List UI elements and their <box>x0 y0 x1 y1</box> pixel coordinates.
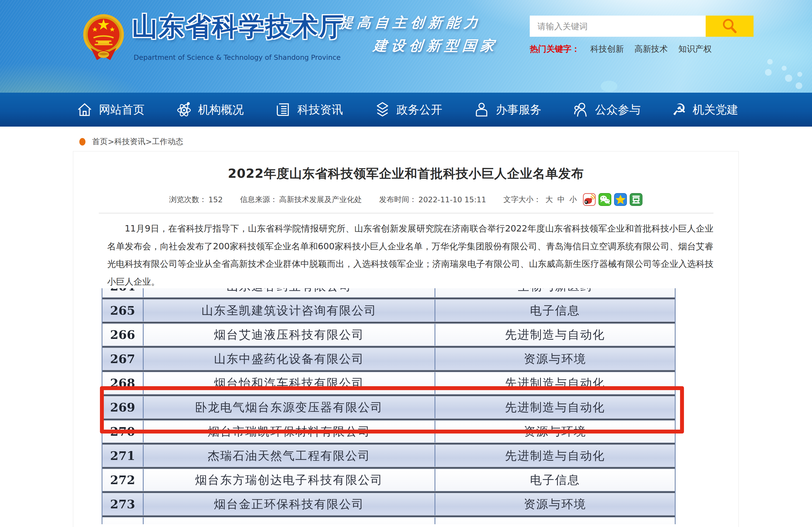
fontsize-medium-button[interactable]: 中 <box>557 194 565 205</box>
highlight-box <box>100 386 684 434</box>
people-icon <box>573 102 589 118</box>
table-cell-company: 杰瑞石油天然气工程有限公司 <box>144 445 435 467</box>
slogan-line2: 建设创新型国家 <box>373 36 499 55</box>
table-cell-no: 264 <box>102 288 144 297</box>
hot-keyword-link[interactable]: 高新技术 <box>634 43 668 55</box>
table-row-divider <box>102 370 675 372</box>
slogan-line1: 提高自主创新能力 <box>338 13 501 32</box>
search-input[interactable] <box>530 16 706 37</box>
fontsize-large-button[interactable]: 大 <box>545 194 553 205</box>
meta-source-value: 高新技术发展及产业化处 <box>279 194 362 205</box>
table-row-divider <box>102 297 675 300</box>
meta-source-label: 信息来源： <box>240 194 277 205</box>
share-icons <box>583 193 642 206</box>
nav-item-news[interactable]: 科技资讯 <box>275 102 343 118</box>
wechat-icon[interactable] <box>598 193 611 206</box>
table-cell-category: 资源与环境 <box>435 348 675 370</box>
nav-item-participation[interactable]: 公众参与 <box>573 102 641 118</box>
site-title: 山东省科学技术厅 <box>132 10 346 44</box>
nav-item-gov-info[interactable]: 政务公开 <box>374 102 442 118</box>
nav-label: 网站首页 <box>99 102 144 117</box>
table-row: 273 烟台金正环保科技有限公司 资源与环境 <box>102 493 675 515</box>
table-cell-category: 先进制造与自动化 <box>435 445 675 467</box>
decor-dot <box>601 81 618 92</box>
hot-keywords-label: 热门关键字： <box>530 43 580 55</box>
site-subtitle: Department of Science & Technology of Sh… <box>134 54 341 61</box>
nav-item-services[interactable]: 办事服务 <box>474 102 541 118</box>
table-row: 272 烟台东方瑞创达电子科技有限公司 电子信息 <box>102 469 675 491</box>
table-cell-company: 山东迪谷药业有限公司 <box>144 288 435 297</box>
article-body: 11月9日，在省科技厅指导下，山东省科学院情报研究所、山东省创新发展研究院在济南… <box>107 220 713 291</box>
meta-views-value: 152 <box>208 195 223 204</box>
article-title: 2022年度山东省科技领军企业和首批科技小巨人企业名单发布 <box>73 165 739 182</box>
decor-dot <box>796 82 802 89</box>
table-cell-company <box>144 517 435 524</box>
table-row-divider <box>102 321 675 324</box>
search-bar <box>530 16 754 37</box>
table-cell-category: 生物与新医药 <box>435 288 675 297</box>
table-cell-company: 烟台东方瑞创达电子科技有限公司 <box>144 469 435 491</box>
home-icon <box>76 102 93 118</box>
nav-label: 办事服务 <box>496 102 541 117</box>
meta-fontsize-label: 文字大小： <box>503 194 541 205</box>
nav-label: 机构概况 <box>198 102 244 117</box>
meta-divider <box>99 213 713 214</box>
article-meta: 浏览次数： 152 信息来源： 高新技术发展及产业化处 发布时间： 2022-1… <box>73 193 739 206</box>
fontsize-small-button[interactable]: 小 <box>569 194 577 205</box>
decor-dot <box>765 69 772 76</box>
table-cell-category: 资源与环境 <box>435 493 675 515</box>
table-cell-company: 山东中盛药化设备有限公司 <box>144 348 435 370</box>
decor-dot <box>782 66 787 71</box>
nav-item-party[interactable]: ☭ 机关党建 <box>672 102 738 118</box>
hot-keyword-link[interactable]: 知识产权 <box>678 43 712 55</box>
meta-time: 发布时间： 2022-11-10 15:11 <box>379 194 486 205</box>
decor-dot <box>797 72 802 77</box>
nav-item-about[interactable]: 机构概况 <box>176 102 244 118</box>
article-card: 2022年度山东省科技领军企业和首批科技小巨人企业名单发布 浏览次数： 152 … <box>73 151 739 527</box>
douban-icon[interactable] <box>630 193 642 206</box>
breadcrumb-current: 工作动态 <box>152 136 183 147</box>
table-row-divider <box>102 491 675 493</box>
table-row: 266 烟台艾迪液压科技有限公司 先进制造与自动化 <box>102 324 675 346</box>
qzone-icon[interactable] <box>614 193 627 206</box>
decor-dot <box>785 75 792 82</box>
table-cell-no: 265 <box>102 300 144 321</box>
table-row-divider <box>102 346 675 348</box>
table-cell-company: 烟台金正环保科技有限公司 <box>144 493 435 515</box>
atom-icon <box>176 102 192 118</box>
news-icon <box>275 102 291 118</box>
table-cell-no <box>102 517 144 524</box>
main-nav: 网站首页 机构概况 科技资讯 <box>0 93 812 127</box>
banner-slogan: 提高自主创新能力 建设创新型国家 <box>336 13 501 55</box>
table-cell-no: 272 <box>102 469 144 491</box>
breadcrumb-separator: > <box>145 137 152 146</box>
breadcrumb-separator: > <box>108 137 114 146</box>
meta-views: 浏览次数： 152 <box>169 194 223 205</box>
weibo-icon[interactable] <box>583 193 596 206</box>
table-cell-category: 先进制造与自动化 <box>435 324 675 346</box>
breadcrumb-dot-icon <box>79 138 85 146</box>
article-paragraph: 11月9日，在省科技厅指导下，山东省科学院情报研究所、山东省创新发展研究院在济南… <box>107 220 713 291</box>
nav-item-home[interactable]: 网站首页 <box>76 102 144 118</box>
nav-label: 机关党建 <box>693 102 738 117</box>
table-cell-no: 266 <box>102 324 144 346</box>
table-cell-category: 电子信息 <box>435 300 675 321</box>
person-icon <box>474 102 490 118</box>
decor-dot <box>767 59 773 64</box>
table-row-divider <box>102 467 675 469</box>
table-row-partial <box>102 517 675 524</box>
hot-keyword-link[interactable]: 科技创新 <box>591 43 624 55</box>
breadcrumb-news[interactable]: 科技资讯 <box>114 136 145 147</box>
party-icon: ☭ <box>672 102 686 118</box>
meta-time-label: 发布时间： <box>379 194 417 205</box>
search-button[interactable] <box>706 16 754 37</box>
table-cell-company: 山东圣凯建筑设计咨询有限公司 <box>144 300 435 321</box>
layers-icon <box>374 102 391 118</box>
table-cell-company: 烟台艾迪液压科技有限公司 <box>144 324 435 346</box>
meta-time-value: 2022-11-10 15:11 <box>418 195 486 204</box>
table-cell-category: 电子信息 <box>435 469 675 491</box>
hot-keywords-bar: 热门关键字： 科技创新 高新技术 知识产权 <box>530 43 712 55</box>
breadcrumb-home[interactable]: 首页 <box>92 136 108 147</box>
search-icon <box>721 17 738 35</box>
meta-source: 信息来源： 高新技术发展及产业化处 <box>240 194 362 205</box>
